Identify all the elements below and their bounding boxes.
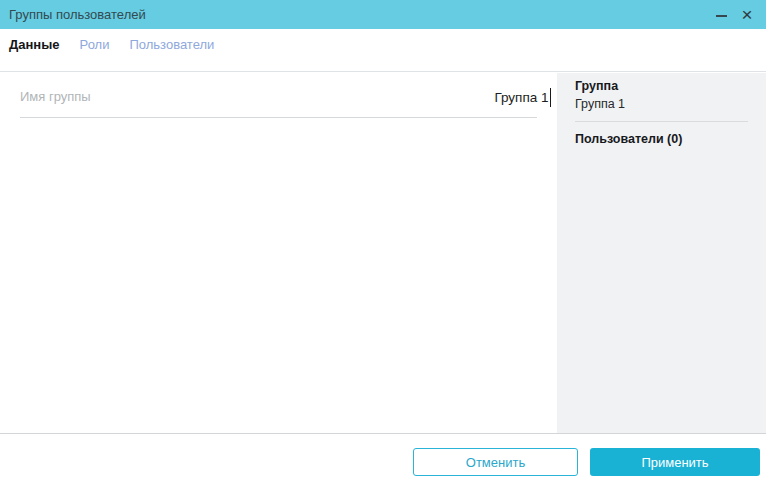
users-section-heading: Пользователи (0) bbox=[575, 131, 748, 147]
panel-divider bbox=[575, 121, 748, 122]
window-controls: × bbox=[710, 0, 766, 29]
titlebar: Группы пользователей × bbox=[0, 0, 766, 29]
content-area: Имя группы Группа 1 Группа Группа 1 Поль… bbox=[0, 73, 766, 433]
group-section-value: Группа 1 bbox=[575, 96, 748, 112]
group-name-value-wrap: Группа 1 bbox=[494, 81, 551, 117]
text-caret bbox=[550, 88, 552, 107]
user-groups-dialog: Группы пользователей × Данные Роли Польз… bbox=[0, 0, 766, 492]
close-icon: × bbox=[741, 5, 752, 24]
main-form-area: Имя группы Группа 1 bbox=[0, 73, 557, 433]
summary-panel: Группа Группа 1 Пользователи (0) bbox=[557, 73, 766, 433]
apply-button[interactable]: Применить bbox=[590, 448, 760, 476]
tab-roles[interactable]: Роли bbox=[80, 37, 110, 52]
minimize-icon bbox=[716, 15, 727, 17]
close-button[interactable]: × bbox=[736, 0, 758, 29]
cancel-button[interactable]: Отменить bbox=[413, 448, 578, 476]
tab-data[interactable]: Данные bbox=[9, 37, 60, 52]
group-name-field[interactable]: Имя группы Группа 1 bbox=[20, 81, 537, 118]
group-name-placeholder: Имя группы bbox=[20, 89, 91, 104]
footer-bar: Отменить Применить bbox=[0, 433, 766, 492]
group-section-heading: Группа bbox=[575, 78, 748, 94]
group-name-value: Группа 1 bbox=[494, 90, 548, 105]
tab-bar: Данные Роли Пользователи bbox=[0, 29, 766, 72]
window-title: Группы пользователей bbox=[9, 7, 146, 22]
minimize-button[interactable] bbox=[710, 0, 732, 29]
tab-users[interactable]: Пользователи bbox=[129, 37, 214, 52]
